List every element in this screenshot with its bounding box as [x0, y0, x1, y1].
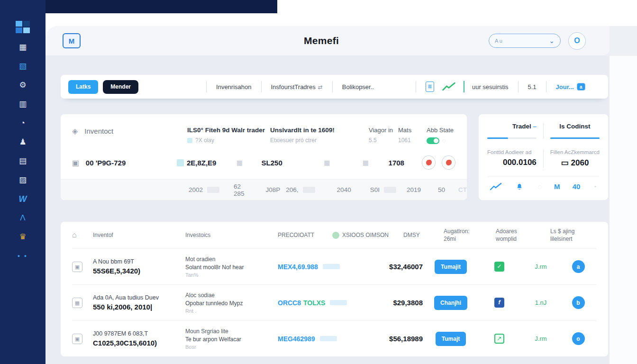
share-circle-button[interactable]: a	[572, 260, 585, 273]
tab-insfourst-tradres[interactable]: InsfourstTradres⇄	[271, 83, 323, 91]
profile-button[interactable]: O	[568, 32, 586, 50]
main-area: M Memefi A u ⌄ O Latks Mender Invenrisah…	[46, 26, 637, 364]
stat-title: Abb State	[427, 127, 455, 134]
stat-sub: 5.5	[369, 137, 398, 144]
col-xsioos-oimson: XSIOOS OIMSON	[332, 231, 403, 239]
stats-row-1: ◈ Inventoct ILS0° Fiteh 9d Walr trader ?…	[61, 114, 467, 151]
footer-value: 2002	[189, 186, 219, 193]
image-icon[interactable]: ▨	[15, 174, 31, 186]
inventory-id: 00 'P9G-729	[86, 159, 177, 167]
bar-chart-icon[interactable]: ▥	[15, 99, 31, 110]
app-logo[interactable]: M	[63, 33, 81, 48]
progress-fill	[550, 137, 600, 139]
tab-invenrisahon[interactable]: Invenrisahon	[216, 83, 251, 91]
content: Latks Mender Invenrisahon InsfourstTradr…	[46, 56, 637, 364]
gear-icon[interactable]: ⚙	[15, 80, 31, 91]
state-toggle[interactable]	[427, 137, 439, 144]
share-circle-button[interactable]: o	[572, 332, 585, 345]
row-type-icon: ▣	[72, 262, 82, 272]
action-button[interactable]: Tumajt	[436, 332, 466, 346]
sidebar: ▦ ▧ ⚙ ▥ ◔ ♟ ▤ ▨ W Λ ♛ ● ●	[0, 0, 46, 364]
tab-bolikopser[interactable]: Bolikopser..	[342, 83, 374, 91]
stats-label: Inventoct	[84, 127, 113, 135]
code-ghost-badge	[320, 336, 337, 341]
rate-text: J.rm	[535, 335, 546, 342]
half-circle-icon[interactable]: ◔	[593, 183, 597, 191]
metric-value: 2060	[571, 158, 589, 168]
table-row: ▦ Ada 0A, Aua tudius Duev 550 ki,2006, 2…	[72, 284, 597, 320]
trade-footer-icons: ◌ M 40 ◔	[487, 176, 600, 191]
alert-dot-button[interactable]	[422, 155, 436, 170]
navbar: Latks Mender Invenrisahon InsfourstTradr…	[61, 75, 608, 99]
table-row: ▣ J00 9787EM 6 083,T C1025,30C15,6010) M…	[72, 320, 597, 356]
cyan-square-icon	[177, 159, 184, 166]
status-arrow-icon[interactable]: ↗	[494, 334, 504, 344]
col-augatlron: Augatlron: 26mi	[444, 228, 496, 243]
person-icon[interactable]: Λ	[15, 212, 31, 224]
footer-value: S0I	[370, 186, 396, 193]
value-sl250: SL250	[262, 159, 324, 167]
gauge-icon[interactable]: ◔	[15, 118, 31, 129]
item-name: A Nou bbm 69T	[93, 258, 185, 265]
metric-label: Fillen AcZkemmarcd	[550, 149, 600, 155]
ghost-dot-icon: ◌	[442, 137, 446, 144]
stats-row-2: ▣ 00 'P9G-729 2E,8Z,E9 ▦ SL250 ▦ ▦ 1708	[61, 151, 467, 179]
status-check-icon[interactable]: ✓	[494, 262, 504, 272]
jour-link[interactable]: Jour... a	[556, 83, 585, 91]
status-flag-icon[interactable]: f	[494, 298, 504, 308]
chevron-down-icon: ⌄	[549, 38, 555, 43]
badge-icon: ◈	[72, 127, 78, 136]
alert-dot-button[interactable]	[442, 155, 455, 170]
divider	[546, 81, 546, 92]
header-controls: A u ⌄ O	[489, 32, 586, 50]
code-ghost-badge	[323, 264, 340, 269]
inventory-stats-card: ◈ Inventoct ILS0° Fiteh 9d Walr trader ?…	[61, 114, 467, 200]
report-doc-icon[interactable]: ≣	[426, 82, 434, 92]
teal-divider	[464, 81, 464, 92]
divider	[332, 81, 333, 92]
progress-track	[487, 137, 537, 139]
item-id: 550 ki,2006, 2010|	[93, 303, 185, 311]
item-price: $29,3808	[361, 299, 425, 307]
tab-tradel[interactable]: Tradel –	[487, 123, 537, 139]
share-circle-button[interactable]: b	[572, 296, 585, 309]
document-icon[interactable]: ▤	[15, 155, 31, 167]
trophy-icon[interactable]: ♛	[15, 231, 31, 243]
stat-title: ILS0° Fiteh 9d Walr trader	[187, 127, 270, 134]
tab-is-codinst[interactable]: Is Codinst	[550, 123, 600, 139]
mender-button[interactable]: Mender	[103, 80, 138, 94]
checkbox-icon: ▭	[561, 158, 568, 168]
stamp-icon: ▣	[72, 158, 86, 167]
tab-version[interactable]: 5.1	[528, 83, 537, 91]
trend-up-icon[interactable]	[490, 183, 501, 191]
item-desc: Aloc sodiae	[185, 292, 278, 299]
language-select[interactable]: A u ⌄	[489, 34, 561, 48]
action-button[interactable]: Chanjhi	[434, 296, 467, 310]
count-badge[interactable]: 40	[573, 182, 581, 191]
item-desc: Moun Srgriao lite	[185, 328, 278, 335]
tab-uur-sesuirstis[interactable]: uur sesuirstis	[472, 83, 509, 91]
value-1708: 1708	[389, 159, 416, 167]
trend-up-icon[interactable]	[442, 82, 456, 91]
bell-icon[interactable]	[514, 183, 525, 191]
ghost-dot-icon[interactable]: ◌	[537, 183, 541, 191]
col-inventof: Inventof	[93, 231, 185, 239]
item-code: ORCC8	[278, 299, 301, 307]
rocket-person-icon[interactable]: ♟	[15, 136, 31, 148]
app-logo-grid-icon[interactable]	[16, 21, 30, 33]
dots-icon[interactable]: ● ●	[15, 250, 31, 262]
latks-button[interactable]: Latks	[68, 80, 98, 94]
calculator-icon[interactable]: ▦	[15, 42, 31, 53]
jour-badge-icon: a	[577, 83, 585, 91]
action-button[interactable]: Tumajit	[435, 260, 467, 274]
item-id: 55S6E,5,3420)	[93, 267, 185, 275]
home-icon: ⌂	[72, 231, 93, 239]
m-badge-icon[interactable]: M	[554, 182, 560, 191]
chart-icon[interactable]: ▧	[15, 61, 31, 72]
footer-value: 206,	[286, 186, 315, 193]
cyan-square-icon	[187, 138, 192, 143]
metric-label: Fonttid Aodieer ad	[487, 149, 537, 155]
stat-title: Unslvardlt in te 1609!	[270, 127, 369, 134]
col-precoioatt: PRECOIOATT	[278, 231, 332, 239]
wave-icon[interactable]: W	[15, 193, 31, 205]
